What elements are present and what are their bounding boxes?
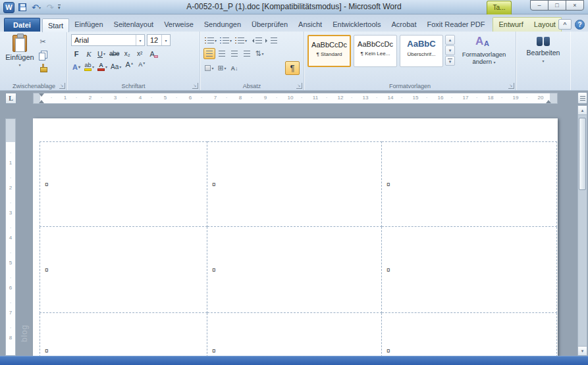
- scrollbar-thumb[interactable]: [579, 118, 586, 190]
- word-app-icon[interactable]: W: [3, 2, 14, 13]
- tab-acrobat[interactable]: Acrobat: [387, 18, 422, 32]
- dialog-launcher-icon[interactable]: ↘: [59, 83, 65, 89]
- copy-button[interactable]: [36, 49, 49, 61]
- tab-ansicht[interactable]: Ansicht: [293, 18, 327, 32]
- ruler-dot: ·: [6, 275, 15, 281]
- borders-button[interactable]: ⊞▾: [216, 62, 228, 74]
- decrease-indent-button[interactable]: [249, 35, 263, 46]
- style-item--kein-lee-[interactable]: AaBbCcDc¶ Kein Lee...: [354, 35, 397, 67]
- font-size-dropdown-icon[interactable]: ▾: [161, 35, 170, 45]
- editing-button[interactable]: Bearbeiten ▾: [518, 33, 568, 63]
- tab-überprüfen[interactable]: Überprüfen: [246, 18, 293, 32]
- font-family-combo[interactable]: Arial ▾: [71, 34, 145, 46]
- ruler-dot: ·: [200, 95, 203, 101]
- style-item-überschrif-[interactable]: AaBbCÜberschrif...: [400, 35, 443, 67]
- vertical-ruler: ·1·2·3·4·5·6·7·8: [5, 118, 16, 356]
- table-cell-r3c2[interactable]: ¤: [207, 313, 382, 356]
- close-button[interactable]: ×: [566, 0, 584, 11]
- strikethrough-button[interactable]: abe: [108, 48, 120, 59]
- style-item--standard[interactable]: AaBbCcDc¶ Standard: [307, 35, 351, 67]
- tab-datei[interactable]: Datei: [4, 18, 40, 32]
- undo-button[interactable]: ↶▾: [30, 1, 42, 13]
- scroll-down-arrow[interactable]: ▾: [578, 346, 587, 355]
- bullets-button[interactable]: ▾: [203, 35, 218, 46]
- tab-layout[interactable]: Layout: [529, 18, 561, 32]
- styles-scroll-down-button[interactable]: ▾: [445, 45, 455, 55]
- cut-button[interactable]: ✂: [36, 36, 49, 47]
- numbering-button[interactable]: ▾: [219, 35, 233, 46]
- tab-entwurf[interactable]: Entwurf: [493, 18, 528, 32]
- font-color-button[interactable]: A▾: [96, 61, 109, 72]
- font-size-combo[interactable]: 12 ▾: [147, 34, 171, 46]
- dialog-launcher-icon[interactable]: ↘: [296, 83, 302, 89]
- tab-verweise[interactable]: Verweise: [159, 18, 199, 32]
- paste-button[interactable]: Einfügen ▾: [3, 33, 36, 81]
- shading-button[interactable]: ▾: [203, 62, 215, 74]
- help-button[interactable]: ?: [575, 20, 585, 30]
- change-styles-button[interactable]: AA Formatvorlagen ändern ▾: [456, 33, 512, 81]
- tab-entwicklertools[interactable]: Entwicklertools: [327, 18, 386, 32]
- minimize-button[interactable]: –: [530, 0, 548, 11]
- table-cell-r1c3[interactable]: ¤: [382, 141, 557, 227]
- table-cell-r1c2[interactable]: ¤: [207, 141, 382, 227]
- tab-seitenlayout[interactable]: Seitenlayout: [109, 18, 159, 32]
- group-label-absatz: Absatz: [200, 83, 304, 89]
- align-right-button[interactable]: [228, 48, 240, 59]
- font-family-dropdown-icon[interactable]: ▾: [136, 35, 144, 45]
- multilevel-list-button[interactable]: ▾: [234, 35, 248, 46]
- show-paragraph-marks-button[interactable]: ¶: [285, 61, 300, 75]
- contextual-tab-group-header[interactable]: Ta...: [487, 1, 512, 14]
- dialog-launcher-icon[interactable]: ↘: [192, 83, 198, 89]
- document-page[interactable]: ¤¤¤¤¤¤¤¤¤: [33, 118, 558, 356]
- ruler-number: 12: [335, 95, 346, 101]
- tab-einfügen[interactable]: Einfügen: [69, 18, 108, 32]
- dialog-launcher-icon[interactable]: ↘: [508, 83, 514, 89]
- increase-indent-button[interactable]: [264, 35, 279, 46]
- underline-button[interactable]: U▾: [95, 48, 107, 59]
- table-cell-r2c3[interactable]: ¤: [382, 227, 557, 313]
- cell-marker: ¤: [212, 347, 216, 354]
- bullets-icon: [205, 37, 214, 43]
- align-left-button[interactable]: [203, 48, 215, 59]
- left-indent-marker[interactable]: [39, 97, 44, 103]
- vertical-scrollbar[interactable]: ▴ ▾: [577, 105, 587, 356]
- scroll-up-arrow[interactable]: ▴: [578, 106, 587, 115]
- table-cell-r2c1[interactable]: ¤: [40, 227, 207, 313]
- subscript-button[interactable]: x₂: [121, 48, 133, 59]
- ruler-number: 15: [410, 95, 421, 101]
- redo-button[interactable]: ↷: [44, 1, 56, 13]
- tab-sendungen[interactable]: Sendungen: [199, 18, 246, 32]
- line-spacing-button[interactable]: ⇅▾: [254, 48, 265, 59]
- table-cell-r3c3[interactable]: ¤: [382, 313, 557, 356]
- save-button[interactable]: [16, 1, 28, 13]
- tab-selector-button[interactable]: L: [5, 93, 16, 104]
- customize-quick-access-button[interactable]: ▾: [58, 5, 61, 10]
- table-cell-r3c1[interactable]: ¤: [40, 313, 207, 356]
- grow-font-button[interactable]: A▴: [123, 61, 135, 72]
- styles-scroll-up-button[interactable]: ▴: [445, 35, 455, 45]
- justify-button[interactable]: [241, 48, 253, 59]
- tab-foxit-reader-pdf[interactable]: Foxit Reader PDF: [421, 18, 490, 32]
- style-name: ¶ Standard: [309, 51, 350, 57]
- text-effects-button[interactable]: A▾: [70, 61, 82, 72]
- shrink-font-button[interactable]: A▾: [136, 61, 147, 72]
- table-cell-r1c1[interactable]: ¤: [40, 141, 207, 227]
- maximize-button[interactable]: □: [548, 0, 566, 11]
- clear-formatting-button[interactable]: A: [146, 48, 158, 59]
- numbering-icon: [220, 37, 229, 43]
- format-painter-button[interactable]: [36, 62, 49, 74]
- minimize-ribbon-button[interactable]: ^: [558, 19, 572, 30]
- align-center-button[interactable]: [216, 48, 228, 59]
- right-indent-marker[interactable]: [546, 97, 551, 103]
- sort-button[interactable]: A↓: [228, 62, 240, 74]
- text-highlight-button[interactable]: ab▾: [83, 61, 95, 72]
- change-case-button[interactable]: Aa▾: [109, 61, 122, 72]
- ruler-toggle-button[interactable]: [577, 92, 587, 104]
- bold-button[interactable]: F: [70, 48, 82, 59]
- redo-icon: ↷: [47, 3, 54, 12]
- table-cell-r2c2[interactable]: ¤: [207, 227, 382, 313]
- italic-button[interactable]: K: [83, 48, 95, 59]
- styles-gallery-expand-button[interactable]: ▾: [445, 56, 455, 66]
- tab-start[interactable]: Start: [42, 18, 69, 32]
- superscript-button[interactable]: x²: [134, 48, 146, 59]
